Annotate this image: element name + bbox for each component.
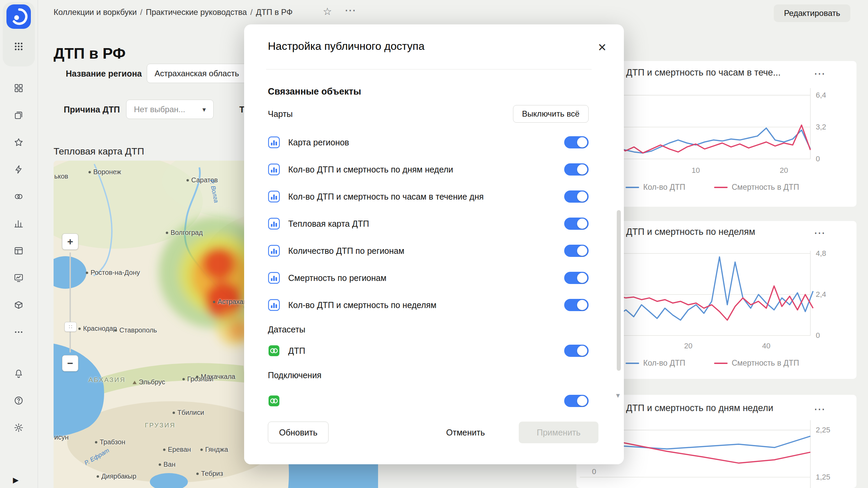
- legend-item[interactable]: Кол-во ДТП: [626, 359, 685, 368]
- breadcrumb-current[interactable]: ДТП в РФ: [256, 7, 293, 17]
- object-label: Кол-во ДТП и смертность по неделям: [288, 300, 564, 310]
- object-toggle[interactable]: [564, 272, 589, 284]
- scroll-fade: [244, 409, 616, 418]
- object-label: Карта регионов: [288, 138, 564, 147]
- sidebar-monitor-icon[interactable]: [11, 270, 26, 285]
- sidebar-grid-icon[interactable]: [11, 81, 26, 96]
- x-axis-tick: 20: [681, 342, 696, 350]
- connections-section-label: Подключения: [268, 369, 589, 381]
- x-axis-tick: 10: [688, 166, 703, 175]
- map-city-label: Тбилиси: [173, 409, 204, 416]
- sidebar-chart-icon[interactable]: [11, 216, 26, 231]
- object-label: Кол-во ДТП и смертность по дням недели: [288, 165, 564, 175]
- zoom-slider-handle[interactable]: ∷: [64, 322, 77, 332]
- map-city-label: Воронеж: [88, 168, 121, 176]
- disable-all-button[interactable]: Выключить всё: [513, 105, 589, 123]
- shared-object-row: Кол-во ДТП и смертность по дням недели: [268, 156, 589, 183]
- sidebar-more-icon[interactable]: [11, 325, 26, 340]
- update-button[interactable]: Обновить: [268, 422, 329, 443]
- sidebar-star-icon[interactable]: [11, 135, 26, 150]
- sidebar-table-icon[interactable]: [11, 243, 26, 258]
- object-toggle[interactable]: [564, 345, 589, 357]
- shared-object-row: Кол-во ДТП и смертность по часам в течен…: [268, 183, 589, 210]
- sidebar-box-icon[interactable]: [11, 298, 26, 312]
- app-sidebar: ▶: [0, 0, 38, 488]
- map-city-label: Ван: [159, 461, 176, 468]
- shared-object-row: Кол-во ДТП и смертность по неделям: [268, 291, 589, 319]
- axis-tick: 0: [592, 467, 596, 476]
- chart-object-icon: [268, 190, 280, 203]
- sidebar-lightning-icon[interactable]: [11, 162, 26, 177]
- legend-swatch: [714, 187, 728, 188]
- chart-object-icon: [268, 272, 280, 284]
- close-icon[interactable]: ✕: [594, 39, 610, 56]
- favorite-star-icon[interactable]: ☆: [323, 5, 332, 17]
- edit-button[interactable]: Редактировать: [774, 4, 850, 22]
- breadcrumb-more-icon[interactable]: ⋯: [344, 3, 356, 17]
- sidebar-gear-icon[interactable]: [11, 420, 26, 435]
- map-city-label: Диярбакыр: [97, 472, 136, 480]
- object-label: Количество ДТП по регионам: [288, 246, 564, 256]
- sidebar-bell-icon[interactable]: [11, 366, 26, 381]
- apply-button[interactable]: Применить: [519, 422, 598, 443]
- legend-swatch: [714, 363, 728, 364]
- object-toggle[interactable]: [564, 190, 589, 203]
- chart-object-icon: [268, 163, 280, 176]
- apps-grid-icon[interactable]: [11, 39, 26, 54]
- datalens-logo-icon[interactable]: [6, 4, 31, 29]
- object-toggle[interactable]: [564, 136, 589, 148]
- cancel-button[interactable]: Отменить: [443, 422, 488, 443]
- sidebar-bottom: [11, 366, 26, 435]
- legend-item[interactable]: Кол-во ДТП: [626, 183, 685, 192]
- dialog-footer: Обновить Отменить Применить: [244, 418, 624, 464]
- sidebar-help-icon[interactable]: [11, 393, 26, 408]
- zoom-slider-track[interactable]: [70, 252, 71, 352]
- map-city-label: Краснодар: [78, 325, 117, 332]
- legend-swatch: [626, 187, 639, 188]
- map-city-label: Махачкала: [196, 373, 235, 381]
- legend-swatch: [626, 363, 639, 364]
- screen: ▶ Коллекции и воркбуки/Практические руко…: [0, 0, 868, 488]
- breadcrumb-guides[interactable]: Практические руководства: [146, 7, 247, 17]
- scrollbar-thumb[interactable]: [617, 210, 621, 371]
- object-toggle[interactable]: [564, 163, 589, 176]
- legend-label: Кол-во ДТП: [643, 359, 685, 368]
- object-toggle[interactable]: [564, 395, 589, 407]
- chart-object-icon: [268, 245, 280, 257]
- chart-object-icon: [268, 299, 280, 311]
- legend-label: Смертность в ДТП: [732, 359, 799, 368]
- object-label: ДТП: [288, 346, 564, 356]
- shared-object-row: Тепловая карта ДТП: [268, 210, 589, 237]
- related-objects-heading: Связанные объекты: [268, 86, 589, 97]
- zoom-out-button[interactable]: −: [62, 355, 78, 371]
- sidebar-orbit-icon[interactable]: [11, 189, 26, 204]
- breadcrumb-collections[interactable]: Коллекции и воркбуки: [54, 7, 137, 17]
- dialog-title: Настройка публичного доступа: [268, 40, 425, 53]
- chart-object-icon: [268, 218, 280, 230]
- legend-item[interactable]: Смертность в ДТП: [714, 359, 799, 368]
- heatmap-widget-title: Тепловая карта ДТП: [54, 146, 144, 157]
- object-toggle[interactable]: [564, 299, 589, 311]
- scroll-down-icon: ▾: [616, 391, 620, 400]
- third-filter-label: Т: [239, 105, 244, 115]
- sidebar-nav: [11, 81, 26, 340]
- cause-filter-label: Причина ДТП: [64, 105, 120, 115]
- shared-object-row: Смертность по регионам: [268, 264, 589, 291]
- map-city-label: исун: [54, 433, 68, 441]
- datasets-section-label: Датасеты: [268, 323, 589, 336]
- sidebar-collections-icon[interactable]: [11, 108, 26, 123]
- legend-item[interactable]: Смертность в ДТП: [714, 183, 799, 192]
- chart-object-icon: [268, 136, 280, 148]
- dataset-object-icon: [268, 345, 280, 357]
- expand-sidebar-icon[interactable]: ▶: [13, 476, 19, 485]
- legend-label: Смертность в ДТП: [732, 183, 799, 192]
- zoom-in-button[interactable]: +: [62, 233, 78, 250]
- breadcrumb: Коллекции и воркбуки/Практические руково…: [54, 7, 293, 17]
- object-label: Кол-во ДТП и смертность по часам в течен…: [288, 192, 564, 202]
- shared-object-row: ДТП: [268, 337, 589, 364]
- x-axis-tick: 20: [776, 166, 791, 175]
- object-toggle[interactable]: [564, 245, 589, 257]
- map-city-label: Волгоград: [166, 229, 203, 237]
- object-toggle[interactable]: [564, 218, 589, 230]
- cause-filter-select[interactable]: Нет выбран... ▾: [126, 100, 214, 119]
